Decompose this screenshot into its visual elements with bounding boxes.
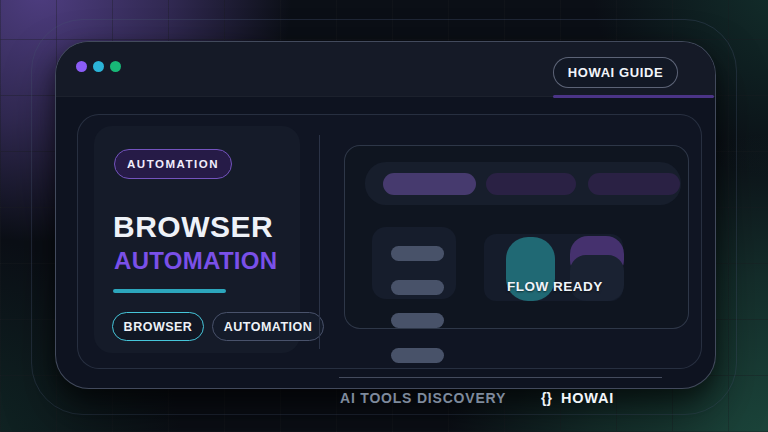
hero-card: AUTOMATION BROWSER AUTOMATION BROWSER AU… xyxy=(94,126,300,353)
skeleton-line xyxy=(391,348,444,363)
accent-rule xyxy=(113,289,226,293)
browser-button[interactable]: BROWSER xyxy=(112,312,204,341)
panel-divider xyxy=(319,135,320,349)
guide-underline-accent xyxy=(553,95,714,98)
skeleton-line xyxy=(391,246,444,261)
content-panel: AUTOMATION BROWSER AUTOMATION BROWSER AU… xyxy=(77,114,702,369)
window-control-dot-purple-icon[interactable] xyxy=(76,61,87,72)
window-control-dot-green-icon[interactable] xyxy=(110,61,121,72)
skeleton-line xyxy=(391,280,444,295)
preview-toolbar-skeleton xyxy=(365,162,681,205)
window-control-dot-cyan-icon[interactable] xyxy=(93,61,104,72)
footer-brand: HOWAI xyxy=(561,390,614,406)
footer-tagline: AI TOOLS DISCOVERY xyxy=(340,390,506,406)
flow-preview-card: FLOW READY xyxy=(344,145,689,329)
window-footer-divider xyxy=(339,377,662,378)
browser-window-mockup: HOWAI GUIDE AUTOMATION BROWSER AUTOMATIO… xyxy=(55,41,716,389)
skeleton-line xyxy=(391,313,444,328)
skeleton-pill xyxy=(486,173,576,195)
skeleton-pill-purple xyxy=(383,173,476,195)
howai-guide-button[interactable]: HOWAI GUIDE xyxy=(553,57,678,88)
skeleton-pill xyxy=(588,173,680,195)
footer-caption: AI TOOLS DISCOVERY {} HOWAI xyxy=(340,390,614,406)
flow-node-dark xyxy=(570,255,624,301)
window-titlebar: HOWAI GUIDE xyxy=(56,42,715,97)
code-braces-icon: {} xyxy=(541,390,552,406)
hero-title-line2: AUTOMATION xyxy=(114,247,277,275)
flow-status-label: FLOW READY xyxy=(507,279,603,294)
automation-badge: AUTOMATION xyxy=(114,149,232,179)
page-background: HOWAI GUIDE AUTOMATION BROWSER AUTOMATIO… xyxy=(0,0,768,432)
automation-button[interactable]: AUTOMATION xyxy=(212,312,324,341)
hero-title-line1: BROWSER xyxy=(113,210,273,244)
